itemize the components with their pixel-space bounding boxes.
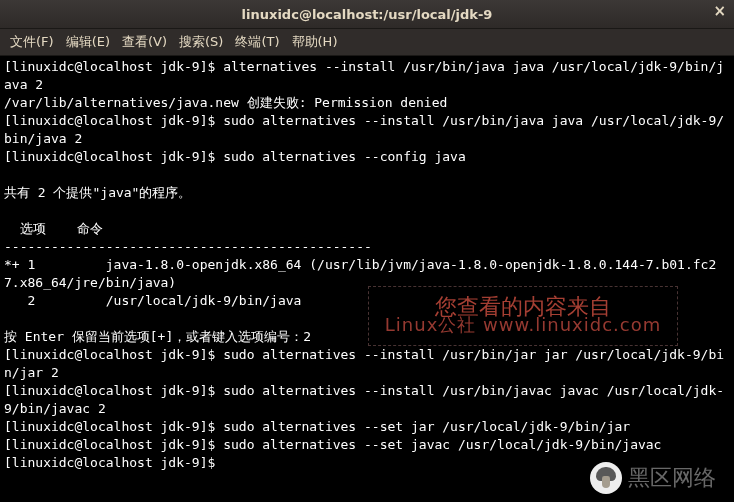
window-title: linuxidc@localhost:/usr/local/jdk-9 [242,7,493,22]
term-line: *+ 1 java-1.8.0-openjdk.x86_64 (/usr/lib… [4,257,716,290]
term-line: [linuxidc@localhost jdk-9]$ sudo alterna… [4,149,466,164]
titlebar: linuxidc@localhost:/usr/local/jdk-9 × [0,0,734,29]
watermark-line2: Linux公社 www.linuxidc.com [385,316,661,334]
term-line: [linuxidc@localhost jdk-9]$ sudo alterna… [4,113,724,146]
term-line: [linuxidc@localhost jdk-9]$ [4,455,223,470]
term-line: [linuxidc@localhost jdk-9]$ sudo alterna… [4,347,724,380]
terminal-window: linuxidc@localhost:/usr/local/jdk-9 × 文件… [0,0,734,502]
menu-terminal[interactable]: 终端(T) [235,33,279,51]
watermark-line1: 您查看的内容来自 [435,298,611,316]
term-line: [linuxidc@localhost jdk-9]$ sudo alterna… [4,419,630,434]
mushroom-icon [590,462,622,494]
watermark-heiqu: 黑区网络 [590,462,716,494]
menu-search[interactable]: 搜索(S) [179,33,223,51]
watermark-linuxidc: 您查看的内容来自 Linux公社 www.linuxidc.com [368,286,678,346]
term-line: [linuxidc@localhost jdk-9]$ sudo alterna… [4,437,661,452]
menubar: 文件(F) 编辑(E) 查看(V) 搜索(S) 终端(T) 帮助(H) [0,29,734,56]
term-line: ----------------------------------------… [4,239,372,254]
term-line: 选项 命令 [4,221,103,236]
term-line: /var/lib/alternatives/java.new 创建失败: Per… [4,95,447,110]
term-line: [linuxidc@localhost jdk-9]$ sudo alterna… [4,383,724,416]
menu-edit[interactable]: 编辑(E) [66,33,110,51]
close-icon[interactable]: × [713,2,726,20]
watermark-text: 黑区网络 [628,469,716,487]
menu-view[interactable]: 查看(V) [122,33,167,51]
terminal-body[interactable]: [linuxidc@localhost jdk-9]$ alternatives… [0,56,734,502]
menu-file[interactable]: 文件(F) [10,33,54,51]
term-line: 2 /usr/local/jdk-9/bin/java [4,293,301,308]
term-line: 共有 2 个提供"java"的程序。 [4,185,191,200]
term-line: [linuxidc@localhost jdk-9]$ alternatives… [4,59,724,92]
term-line: 按 Enter 保留当前选项[+]，或者键入选项编号：2 [4,329,311,344]
menu-help[interactable]: 帮助(H) [292,33,338,51]
